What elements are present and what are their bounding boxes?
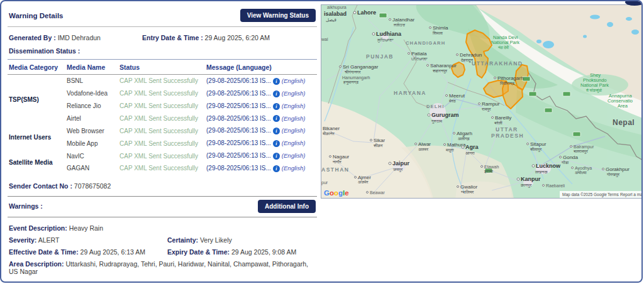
- warning-details-page: Warning Details View Warning Status Gene…: [0, 0, 643, 283]
- view-warning-status-button[interactable]: View Warning Status: [240, 9, 316, 22]
- entry-datetime: Entry Date & Time : 29 Aug 2025, 6:20 AM: [142, 34, 270, 41]
- map-label-script: ਜਲੰਧਰ: [393, 23, 406, 27]
- map-label: Meerut: [449, 93, 465, 99]
- map-label: Lucknow: [536, 163, 561, 169]
- message-cell: (29-08-2025/06:13 IS...i(English): [205, 100, 317, 112]
- status-cell: CAP XML Sent Successfully: [118, 87, 205, 100]
- generated-by-value: IMD Dehradun: [58, 34, 101, 41]
- language-text: (English): [282, 139, 306, 146]
- message-cell: (29-08-2025/06:13 IS...i(English): [205, 150, 317, 162]
- map-label: Sitapur: [530, 141, 547, 147]
- city-marker-dot: [353, 11, 356, 14]
- entry-datetime-label: Entry Date & Time :: [142, 34, 203, 41]
- map-label: isalabad: [324, 11, 347, 17]
- map-label: Saharanpur: [430, 63, 457, 68]
- info-icon[interactable]: i: [273, 78, 280, 85]
- city-marker-dot: [494, 77, 496, 79]
- map-label-script: गोरखपुर: [606, 172, 620, 177]
- city-marker-dot: [517, 178, 519, 180]
- language-text: (English): [282, 77, 306, 84]
- col-media-category: Media Category: [8, 60, 65, 75]
- city-marker-dot: [370, 139, 372, 141]
- message-text: (29-08-2025/06:13 IS...: [206, 77, 271, 84]
- map-label: Jaipur: [392, 160, 410, 167]
- info-icon[interactable]: i: [273, 165, 280, 172]
- map-label-script: पिथौरागढ़: [499, 81, 514, 85]
- event-description: Event Description: Heavy Rain: [9, 224, 316, 232]
- info-icon[interactable]: i: [273, 128, 280, 134]
- language-text: (English): [282, 165, 306, 172]
- city-marker-dot: [367, 192, 369, 194]
- city-marker-dot: [532, 165, 535, 167]
- meta-row: Generated By : IMD Dehradun Entry Date &…: [8, 34, 317, 41]
- city-marker-dot: [372, 33, 375, 35]
- map-label-script: बीकानेर: [322, 131, 335, 136]
- additional-info-button[interactable]: Additional Info: [258, 200, 316, 213]
- map-label: UTTAR: [496, 126, 518, 133]
- sender-contact-label: Sender Contact No :: [9, 182, 72, 190]
- map-terms-link[interactable]: Terms: [608, 192, 619, 197]
- map-label: aikhupura: [327, 5, 347, 10]
- map-label-script: श्रीगंगानगर: [344, 70, 362, 74]
- map-label: Gwalior: [460, 184, 477, 190]
- city-marker-dot: [446, 95, 448, 97]
- info-icon[interactable]: i: [273, 140, 280, 147]
- city-marker-dot: [430, 27, 431, 29]
- table-row: Satellite MediaNavICCAP XML Sent Success…: [8, 150, 317, 162]
- info-icon[interactable]: i: [273, 90, 280, 97]
- map-label: Ludhiana: [376, 31, 402, 37]
- map-label: DELHI: [426, 104, 445, 109]
- city-marker-dot: [479, 103, 480, 105]
- status-cell: CAP XML Sent Successfully: [118, 137, 205, 150]
- media-name-cell: Web Browser: [65, 124, 118, 137]
- map-label-script: शिमला: [432, 31, 443, 35]
- map-label-script: अयोध्या: [575, 170, 587, 175]
- city-marker-dot: [355, 177, 357, 178]
- message-text: (29-08-2025/06:13 IS...: [206, 102, 271, 109]
- language-text: (English): [282, 127, 306, 134]
- map-label: pur: [321, 180, 328, 185]
- city-marker-dot: [330, 156, 331, 158]
- map-report-error-link[interactable]: Report a map error: [620, 192, 642, 197]
- effective-expiry-row: Effective Date & Time: 29 Aug 2025, 6:13…: [9, 248, 316, 256]
- info-icon[interactable]: i: [273, 115, 280, 122]
- message-text: (29-08-2025/06:13 IS...: [206, 115, 271, 122]
- map-label-script: गोंडा: [561, 160, 569, 165]
- status-cell: CAP XML Sent Successfully: [118, 124, 205, 137]
- language-text: (English): [282, 102, 306, 109]
- city-marker-dot: [389, 19, 391, 21]
- map-label: शे फोकसुंडो: [586, 88, 602, 93]
- city-marker-dot: [570, 146, 572, 148]
- effective-datetime: Effective Date & Time: 29 Aug 2025, 6:13…: [9, 248, 167, 256]
- city-marker-dot: [457, 186, 459, 188]
- city-marker-dot: [481, 166, 483, 168]
- warnings-label: Warnings :: [9, 202, 43, 210]
- map-label-script: अजमेर: [358, 180, 369, 184]
- city-marker-dot: [492, 117, 494, 119]
- map-label: Area: [618, 103, 628, 109]
- col-media-name: Media Name: [65, 60, 118, 75]
- warning-area-map[interactable]: aikhupuraisalabadفيصلLahorewalJalandharਜ…: [321, 4, 643, 199]
- language-text: (English): [282, 152, 306, 159]
- map-label-script: सहारनपुर: [432, 68, 448, 74]
- info-icon[interactable]: i: [273, 103, 280, 110]
- sender-contact-value: 7078675082: [74, 182, 111, 190]
- map-label-script: अलीगढ़: [458, 136, 470, 141]
- city-marker-dot: [527, 143, 529, 145]
- generated-by-label: Generated By :: [9, 34, 56, 41]
- road-badge-icon: [545, 108, 552, 112]
- scroll-top-button[interactable]: [625, 0, 643, 6]
- info-icon[interactable]: i: [273, 153, 280, 160]
- severity-certainty-row: Severity: ALERT Certainty: Very Likely: [9, 236, 316, 244]
- road-badge-icon: [563, 92, 570, 96]
- map-label: Kanpur: [521, 176, 541, 182]
- map-label-script: गुरुग्राम: [431, 119, 442, 124]
- table-row: TSP(SMS)BSNLCAP XML Sent Successfully(29…: [8, 75, 317, 87]
- map-label: Gonda: [563, 155, 579, 160]
- map-label: Nepal: [613, 118, 635, 127]
- entry-datetime-value: 29 Aug 2025, 6:20 AM: [205, 34, 270, 41]
- map-label: Nagaur: [333, 154, 350, 160]
- message-cell: (29-08-2025/06:13 IS...i(English): [205, 87, 317, 100]
- map-label: PUNJAB: [366, 53, 394, 60]
- map-label-script: ਪਟਿਆਲਾ: [411, 57, 428, 61]
